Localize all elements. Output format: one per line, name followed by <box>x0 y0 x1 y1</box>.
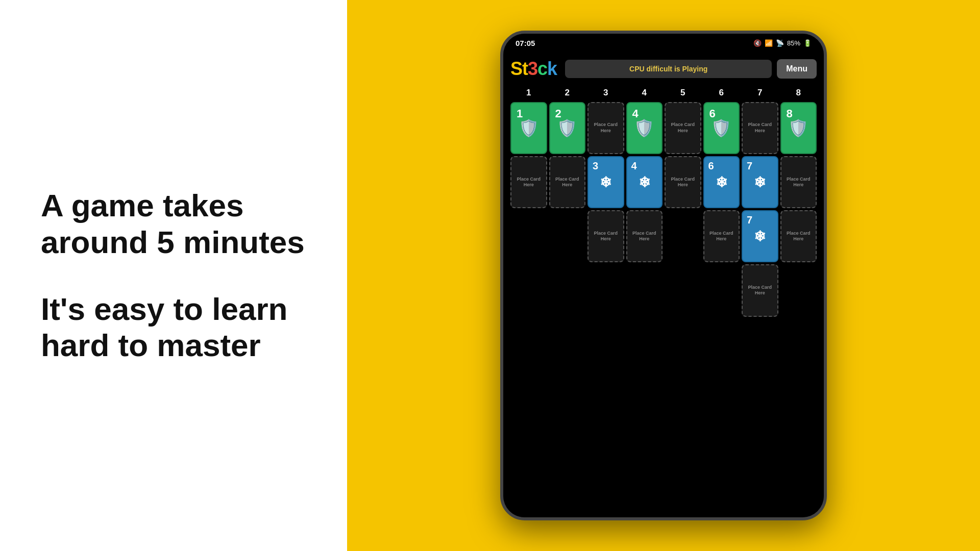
left-panel: A game takesaround 5 minutes It's easy t… <box>0 0 347 551</box>
tagline-1: A game takesaround 5 minutes <box>41 187 316 260</box>
place-card-col3-row1[interactable]: Place Card Here <box>587 102 624 154</box>
card-blue-4[interactable]: ❄ 4 <box>626 156 663 208</box>
logo-k: k <box>547 58 557 79</box>
logo-c: c <box>537 58 547 79</box>
signal-icon: 📡 <box>776 39 784 47</box>
cpu-status-button[interactable]: CPU difficult is Playing <box>565 60 772 78</box>
card-blue-7a[interactable]: ❄ 7 <box>742 156 778 208</box>
card-green-8[interactable]: 🛡️ 8 <box>780 102 817 154</box>
place-card-col2-row2[interactable]: Place Card Here <box>549 156 586 208</box>
phone-vol-up-btn <box>500 115 501 136</box>
place-card-col4-row3[interactable]: Place Card Here <box>626 210 663 262</box>
battery-icon: 🔋 <box>803 39 812 47</box>
card-blue-3[interactable]: ❄ 3 <box>587 156 624 208</box>
app-logo: St3ck <box>510 58 557 80</box>
right-background: 07:05 🔇 📶 📡 85% 🔋 St3ck CPU difficult is… <box>347 0 980 551</box>
place-card-col1-row2[interactable]: Place Card Here <box>510 156 547 208</box>
place-card-col6-row3[interactable]: Place Card Here <box>703 210 740 262</box>
phone-vol-down-btn <box>500 141 501 161</box>
col-8: 8 <box>780 88 817 98</box>
card-grid-row2: Place Card Here Place Card Here ❄ 3 ❄ 4 <box>510 156 817 208</box>
place-card-col8-row3[interactable]: Place Card Here <box>780 210 817 262</box>
col-1: 1 <box>510 88 547 98</box>
logo-t: t <box>522 58 528 79</box>
place-card-col5-row2[interactable]: Place Card Here <box>665 156 701 208</box>
mute-icon: 🔇 <box>753 39 762 47</box>
app-content: St3ck CPU difficult is Playing Menu 1 2 … <box>503 52 824 517</box>
card-grid-row1: 🛡️ 1 🛡️ 2 Place Card Here 🛡️ <box>510 102 817 154</box>
app-header: St3ck CPU difficult is Playing Menu <box>510 58 817 80</box>
tagline-2: It's easy to learnhard to master <box>41 291 316 364</box>
col-3: 3 <box>587 88 624 98</box>
card-green-2[interactable]: 🛡️ 2 <box>549 102 586 154</box>
empty-col3-row4 <box>587 264 624 316</box>
status-bar: 07:05 🔇 📶 📡 85% 🔋 <box>503 34 824 52</box>
col-7: 7 <box>742 88 778 98</box>
status-time: 07:05 <box>516 39 535 47</box>
col-5: 5 <box>665 88 701 98</box>
wifi-icon: 📶 <box>765 39 773 47</box>
empty-col5-row4 <box>665 264 701 316</box>
empty-col8-row4 <box>780 264 817 316</box>
empty-col6-row4 <box>703 264 740 316</box>
place-card-col3-row3[interactable]: Place Card Here <box>587 210 624 262</box>
column-numbers: 1 2 3 4 5 6 7 8 <box>510 88 817 98</box>
empty-col2-row4 <box>549 264 586 316</box>
battery-level: 85% <box>787 39 800 47</box>
card-green-4[interactable]: 🛡️ 4 <box>626 102 663 154</box>
place-card-col7-row4[interactable]: Place Card Here <box>742 264 778 316</box>
col-6: 6 <box>703 88 740 98</box>
card-blue-7b[interactable]: ❄ 7 <box>742 210 778 262</box>
status-icons: 🔇 📶 📡 85% 🔋 <box>753 39 812 47</box>
card-grid-row3: Place Card Here Place Card Here Place Ca… <box>510 210 817 262</box>
place-card-col7-row1[interactable]: Place Card Here <box>742 102 778 154</box>
place-card-col5-row1[interactable]: Place Card Here <box>665 102 701 154</box>
col-2: 2 <box>549 88 586 98</box>
card-blue-6[interactable]: ❄ 6 <box>703 156 740 208</box>
logo-3: 3 <box>528 58 537 79</box>
card-green-1[interactable]: 🛡️ 1 <box>510 102 547 154</box>
phone-power-btn <box>826 136 827 166</box>
empty-col2-row3 <box>549 210 586 262</box>
card-green-6[interactable]: 🛡️ 6 <box>703 102 740 154</box>
phone-frame: 07:05 🔇 📶 📡 85% 🔋 St3ck CPU difficult is… <box>500 31 827 520</box>
logo-s: S <box>510 58 522 79</box>
empty-col1-row4 <box>510 264 547 316</box>
place-card-col8-row2[interactable]: Place Card Here <box>780 156 817 208</box>
empty-col4-row4 <box>626 264 663 316</box>
menu-button[interactable]: Menu <box>777 59 817 79</box>
empty-col1-row3 <box>510 210 547 262</box>
col-4: 4 <box>626 88 663 98</box>
card-grid-row4: Place Card Here <box>510 264 817 316</box>
empty-col5-row3 <box>665 210 701 262</box>
